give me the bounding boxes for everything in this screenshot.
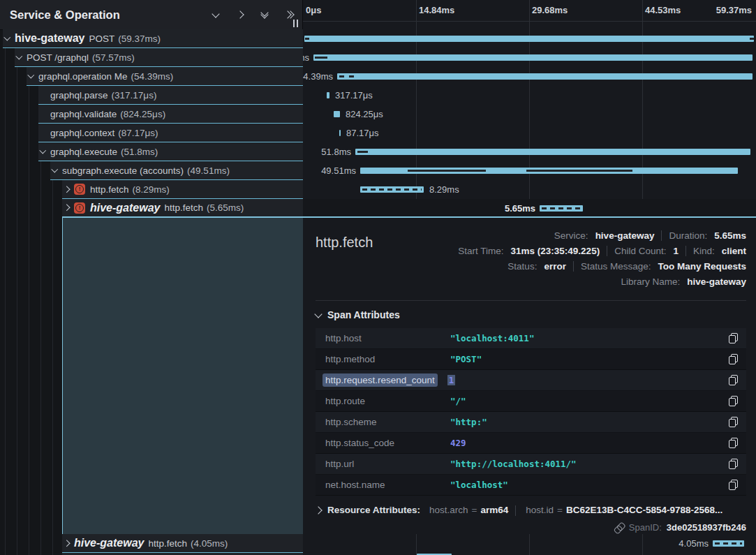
tree-row[interactable]: !hive-gatewayhttp.fetch(5.65ms) — [62, 199, 303, 218]
attribute-key: http.scheme — [325, 417, 450, 427]
timeline-row[interactable]: 824.25μs — [303, 105, 756, 124]
span-bar[interactable] — [334, 111, 340, 117]
span-bar[interactable] — [313, 54, 753, 61]
span-meta-line: Service:hive-gatewayDuration:5.65ms — [458, 228, 746, 243]
tree-row[interactable]: hive-gatewayhttp.fetch(4.05ms) — [62, 534, 303, 553]
copy-icon — [729, 438, 738, 448]
span-id-row: SpanID: 3de02518937fb246 — [316, 522, 746, 533]
double-chevron-down-icon[interactable] — [260, 10, 269, 20]
chevron-down-icon[interactable] — [3, 37, 12, 40]
bar-duration-label: 57.57ms — [303, 48, 309, 67]
span-attributes-title: Span Attributes — [327, 309, 400, 320]
resource-attributes-row[interactable]: Resource Attributes: host.arch=arm64host… — [316, 505, 746, 516]
double-chevron-right-icon[interactable] — [284, 10, 294, 20]
meta-value: Too Many Requests — [658, 261, 746, 272]
service-operation-header: Service & Operation — [0, 0, 302, 30]
bar-duration-label: 87.17μs — [346, 124, 379, 142]
span-operation-name: POST /graphql(57.57ms) — [27, 52, 135, 63]
bar-self-time-dash — [357, 151, 368, 153]
timeline-row[interactable]: 4.05ms — [303, 534, 756, 553]
chevron-down-icon — [314, 310, 322, 318]
meta-separator — [685, 246, 686, 256]
tree-row[interactable]: graphql.execute(51.8ms) — [38, 142, 303, 161]
meta-label: Child Count: — [614, 246, 666, 256]
timeline-row[interactable]: 54.39ms — [303, 67, 756, 86]
chevron-right-icon — [316, 506, 323, 514]
span-bar[interactable] — [540, 205, 583, 212]
timeline-row[interactable]: 8.29ms — [303, 180, 756, 199]
span-attributes-header[interactable]: Span Attributes — [316, 309, 746, 320]
bar-self-time-dash — [408, 170, 486, 172]
copy-button[interactable] — [727, 374, 739, 387]
ruler-tick: 44.53ms — [645, 5, 681, 15]
chevron-right-icon[interactable] — [235, 10, 245, 20]
span-meta-line: Start Time:31ms (23:35:49.225)Child Coun… — [458, 243, 746, 258]
copy-icon — [729, 333, 738, 343]
timeline-row[interactable]: 87.17μs — [303, 124, 756, 142]
resource-separator — [515, 505, 516, 516]
span-duration: (8.29ms) — [133, 184, 170, 195]
tree-row[interactable]: hive-gatewayPOST(59.37ms) — [3, 29, 303, 48]
span-bar[interactable] — [337, 73, 753, 80]
span-bar[interactable] — [355, 149, 750, 155]
copy-button[interactable] — [727, 353, 739, 366]
span-duration: (5.65ms) — [207, 202, 244, 213]
span-bar[interactable] — [339, 130, 341, 136]
timeline-row[interactable] — [303, 29, 756, 48]
pane-resize-handle[interactable] — [293, 20, 298, 27]
span-duration: (54.39ms) — [131, 71, 174, 82]
meta-label: Status Message: — [581, 261, 651, 272]
chevron-right-icon[interactable] — [62, 541, 71, 546]
chevron-down-icon[interactable] — [27, 75, 36, 77]
attribute-value: "http:" — [450, 417, 727, 427]
span-attributes-table: http.host"localhost:4011"http.method"POS… — [316, 328, 746, 496]
copy-button[interactable] — [727, 416, 739, 429]
chevron-right-icon[interactable] — [62, 187, 71, 192]
attribute-key: http.url — [325, 459, 450, 469]
span-bar[interactable] — [713, 540, 744, 547]
attribute-row: http.request.resend_count1 — [316, 370, 746, 391]
timeline-row[interactable]: 51.8ms — [303, 142, 756, 161]
timeline-row[interactable]: 57.57ms — [303, 48, 756, 67]
span-operation-name: graphql.validate(824.25μs) — [50, 109, 165, 119]
resource-attributes-title: Resource Attributes: — [327, 505, 420, 515]
tree-row[interactable]: subgraph.execute (accounts)(49.51ms) — [50, 161, 303, 180]
attribute-row: http.host"localhost:4011" — [316, 328, 746, 349]
chevron-down-icon[interactable] — [15, 56, 24, 59]
chevron-down-icon[interactable] — [38, 150, 47, 153]
copy-button[interactable] — [727, 332, 739, 345]
bar-self-time-dash — [349, 75, 354, 77]
span-detail-panel: http.fetch Service:hive-gatewayDuration:… — [303, 218, 756, 534]
chevron-down-icon[interactable] — [211, 10, 221, 20]
copy-button[interactable] — [727, 479, 739, 491]
span-bar[interactable] — [360, 168, 738, 174]
span-bar[interactable] — [327, 92, 329, 98]
tree-row[interactable]: graphql.operation Me(54.39ms) — [27, 67, 303, 86]
span-bar[interactable] — [304, 36, 754, 42]
tree-row[interactable]: POST /graphql(57.57ms) — [15, 48, 303, 67]
copy-button[interactable] — [727, 437, 739, 450]
tree-row[interactable]: !http.fetch(8.29ms) — [62, 180, 303, 199]
attribute-key: net.host.name — [325, 480, 450, 490]
timeline-pane: 0μs14.84ms29.68ms44.53ms59.37ms 57.57ms5… — [303, 0, 756, 555]
attribute-row: http.route"/" — [316, 391, 746, 412]
copy-icon — [729, 480, 738, 490]
copy-button[interactable] — [727, 395, 739, 408]
copy-button[interactable] — [727, 458, 739, 471]
timeline-row[interactable]: 49.51ms — [303, 161, 756, 180]
meta-value: 5.65ms — [714, 230, 746, 241]
indent-guide — [29, 29, 29, 555]
span-bar[interactable] — [360, 186, 424, 193]
tree-row[interactable]: graphql.validate(824.25μs) — [38, 105, 303, 124]
tree-controls — [211, 0, 294, 29]
chevron-down-icon[interactable] — [50, 169, 59, 172]
chevron-right-icon[interactable] — [62, 205, 71, 210]
copy-icon — [729, 375, 738, 385]
tree-row[interactable]: graphql.parse(317.17μs) — [38, 86, 303, 105]
timeline-row[interactable]: 317.17μs — [303, 86, 756, 105]
timeline-row[interactable]: 5.65ms — [303, 199, 756, 218]
tree-row[interactable]: graphql.context(87.17μs) — [38, 124, 303, 142]
attribute-key: http.status_code — [325, 438, 450, 448]
ruler-tick: 14.84ms — [419, 5, 454, 15]
timeline-ruler: 0μs14.84ms29.68ms44.53ms59.37ms — [303, 0, 756, 22]
